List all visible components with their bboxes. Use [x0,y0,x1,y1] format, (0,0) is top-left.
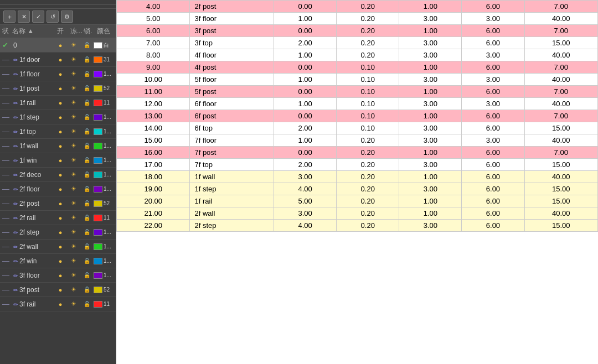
layer-row[interactable]: —✏1f top●☀🔓1... [0,124,116,139]
layer-lock-icon[interactable]: 🔓 [80,301,94,307]
layer-visibility-icon[interactable]: ● [54,229,67,236]
layer-row[interactable]: —✏1f post●☀🔓52 [0,81,116,96]
layer-freeze-icon[interactable]: ☀ [67,300,80,308]
table-row[interactable]: 17.007f top2.000.203.006.0015.00 [117,159,598,171]
layer-row[interactable]: ✔0●☀🔓白 [0,38,116,53]
layer-color-cell[interactable]: 1... [94,258,114,264]
layer-visibility-icon[interactable]: ● [54,215,67,221]
layer-color-cell[interactable]: 1... [94,186,114,193]
layer-freeze-icon[interactable]: ☀ [67,243,80,250]
table-row[interactable]: 4.002f post0.000.201.006.007.00 [117,1,598,13]
layer-lock-icon[interactable]: 🔓 [80,71,94,77]
layer-freeze-icon[interactable]: ☀ [67,228,80,236]
layer-lock-icon[interactable]: 🔓 [80,200,94,206]
layer-color-cell[interactable]: 1... [94,243,114,250]
layer-lock-icon[interactable]: 🔓 [80,229,94,235]
layer-visibility-icon[interactable]: ● [54,171,67,178]
layer-row[interactable]: —✏1f rail●☀🔓11 [0,96,116,110]
layer-visibility-icon[interactable]: ● [54,128,67,135]
layer-lock-icon[interactable]: 🔓 [80,114,94,120]
layer-row[interactable]: —✏3f post●☀🔓52 [0,283,116,297]
layer-freeze-icon[interactable]: ☀ [67,200,80,207]
layer-row[interactable]: —✏2f post●☀🔓52 [0,196,116,211]
table-row[interactable]: 5.003f floor1.000.203.003.0040.00 [117,13,598,25]
layer-row[interactable]: —✏2f step●☀🔓1... [0,225,116,240]
table-row[interactable]: 15.007f floor1.000.203.003.0040.00 [117,134,598,147]
layer-color-cell[interactable]: 31 [94,56,114,63]
table-row[interactable]: 12.006f floor1.000.103.003.0040.00 [117,98,598,110]
layer-color-cell[interactable]: 52 [94,287,114,293]
layer-lock-icon[interactable]: 🔓 [80,143,94,149]
layer-color-cell[interactable]: 52 [94,85,114,92]
layer-row[interactable]: —✏2f deco●☀🔓1... [0,168,116,182]
layer-visibility-icon[interactable]: ● [54,85,67,92]
layer-visibility-icon[interactable]: ● [54,186,67,193]
layer-color-cell[interactable]: 1... [94,157,114,164]
layer-visibility-icon[interactable]: ● [54,258,67,264]
layer-row[interactable]: —✏3f floor●☀🔓1... [0,268,116,283]
layer-freeze-icon[interactable]: ☀ [67,99,80,106]
table-row[interactable]: 16.007f post0.000.201.006.007.00 [117,147,598,159]
table-row[interactable]: 19.001f step4.000.203.006.0015.00 [117,183,598,195]
layer-lock-icon[interactable]: 🔓 [80,42,94,48]
layer-color-cell[interactable]: 1... [94,143,114,149]
layer-visibility-icon[interactable]: ● [54,56,67,63]
table-row[interactable]: 6.003f post0.000.201.006.007.00 [117,25,598,37]
layer-row[interactable]: —✏3f rail●☀🔓11 [0,297,116,311]
table-row[interactable]: 13.006f post0.000.101.006.007.00 [117,110,598,122]
layer-color-cell[interactable]: 1... [94,71,114,77]
layer-freeze-icon[interactable]: ☀ [67,286,80,293]
layer-freeze-icon[interactable]: ☀ [67,257,80,264]
table-row[interactable]: 20.001f rail5.000.201.006.0015.00 [117,195,598,207]
layer-row[interactable]: —✏2f wall●☀🔓1... [0,240,116,254]
layer-row[interactable]: —✏1f win●☀🔓1... [0,153,116,168]
set-current-button[interactable]: ✓ [32,11,44,23]
layer-visibility-icon[interactable]: ● [54,114,67,121]
layer-lock-icon[interactable]: 🔓 [80,215,94,221]
layer-lock-icon[interactable]: 🔓 [80,243,94,249]
layer-freeze-icon[interactable]: ☀ [67,41,80,49]
layer-freeze-icon[interactable]: ☀ [67,113,80,121]
layer-freeze-icon[interactable]: ☀ [67,157,80,164]
layer-visibility-icon[interactable]: ● [54,200,67,207]
layer-row[interactable]: —✏1f floor●☀🔓1... [0,67,116,81]
layer-lock-icon[interactable]: 🔓 [80,100,94,106]
layer-lock-icon[interactable]: 🔓 [80,186,94,192]
layer-lock-icon[interactable]: 🔓 [80,258,94,264]
layer-visibility-icon[interactable]: ● [54,301,67,308]
layer-lock-icon[interactable]: 🔓 [80,128,94,134]
table-row[interactable]: 8.004f floor1.000.203.003.0040.00 [117,49,598,61]
table-row[interactable]: 22.002f step4.000.203.006.0015.00 [117,220,598,232]
layer-color-cell[interactable]: 11 [94,301,114,308]
layer-freeze-icon[interactable]: ☀ [67,272,80,279]
layer-visibility-icon[interactable]: ● [54,71,67,77]
layer-freeze-icon[interactable]: ☀ [67,70,80,77]
layer-lock-icon[interactable]: 🔓 [80,56,94,63]
layer-visibility-icon[interactable]: ● [54,143,67,149]
layer-lock-icon[interactable]: 🔓 [80,85,94,91]
layer-color-cell[interactable]: 1... [94,272,114,279]
layer-lock-icon[interactable]: 🔓 [80,287,94,293]
layer-color-cell[interactable]: 白 [94,41,114,49]
delete-layer-button[interactable]: ✕ [18,11,30,23]
layer-row[interactable]: —✏1f door●☀🔓31 [0,53,116,67]
table-row[interactable]: 7.003f top2.000.203.006.0015.00 [117,37,598,49]
layer-freeze-icon[interactable]: ☀ [67,128,80,135]
settings-button[interactable]: ⚙ [61,11,73,23]
layer-color-cell[interactable]: 1... [94,114,114,121]
table-row[interactable]: 18.001f wall3.000.201.006.0040.00 [117,171,598,183]
layer-lock-icon[interactable]: 🔓 [80,171,94,178]
table-row[interactable]: 9.004f post0.000.101.006.007.00 [117,61,598,74]
new-layer-button[interactable]: ＋ [3,11,16,23]
layer-row[interactable]: —✏2f floor●☀🔓1... [0,182,116,196]
layer-visibility-icon[interactable]: ● [54,100,67,106]
table-row[interactable]: 14.006f top2.000.103.006.0015.00 [117,122,598,134]
layer-visibility-icon[interactable]: ● [54,272,67,279]
layer-lock-icon[interactable]: 🔓 [80,157,94,163]
layer-visibility-icon[interactable]: ● [54,42,67,49]
layer-freeze-icon[interactable]: ☀ [67,171,80,178]
layer-row[interactable]: —✏2f rail●☀🔓11 [0,211,116,225]
refresh-button[interactable]: ↺ [47,11,59,23]
layer-freeze-icon[interactable]: ☀ [67,214,80,221]
layer-visibility-icon[interactable]: ● [54,287,67,293]
